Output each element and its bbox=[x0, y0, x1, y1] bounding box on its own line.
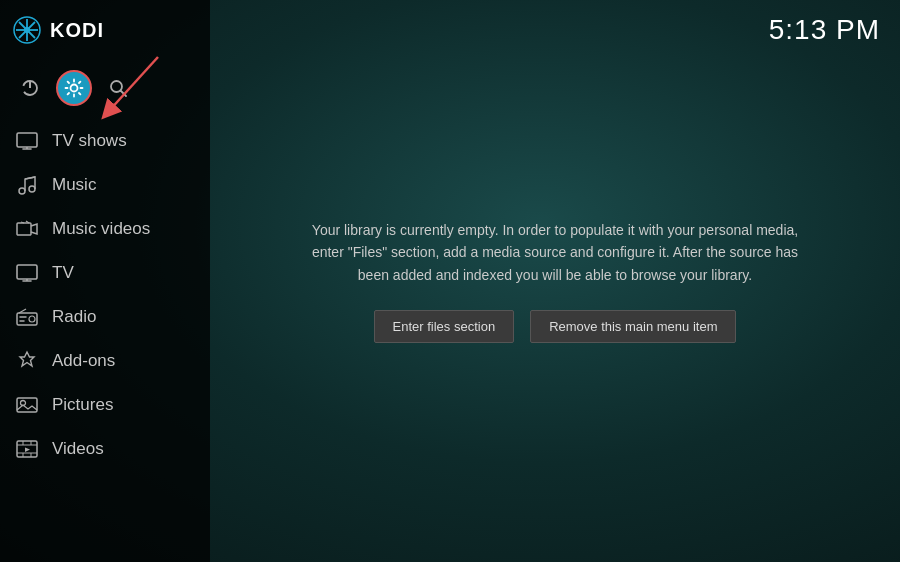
svg-rect-29 bbox=[17, 398, 37, 412]
sidebar-item-radio[interactable]: Radio bbox=[0, 295, 210, 339]
svg-point-6 bbox=[24, 27, 30, 33]
svg-point-15 bbox=[19, 188, 25, 194]
tv-shows-icon bbox=[16, 130, 38, 152]
svg-line-11 bbox=[121, 90, 127, 96]
sidebar: KODI bbox=[0, 0, 210, 562]
svg-point-16 bbox=[29, 186, 35, 192]
svg-rect-24 bbox=[17, 313, 37, 325]
sidebar-item-add-ons[interactable]: Add-ons bbox=[0, 339, 210, 383]
kodi-logo-icon bbox=[12, 15, 42, 45]
buttons-row: Enter files section Remove this main men… bbox=[374, 310, 737, 343]
clock: 5:13 PM bbox=[769, 14, 880, 46]
tv-icon bbox=[16, 262, 38, 284]
search-icon bbox=[108, 78, 128, 98]
music-videos-label: Music videos bbox=[52, 219, 150, 239]
svg-marker-38 bbox=[25, 448, 30, 453]
header-icons bbox=[0, 60, 210, 115]
kodi-logo: KODI bbox=[12, 15, 104, 45]
sidebar-item-videos[interactable]: Videos bbox=[0, 427, 210, 471]
sidebar-item-tv[interactable]: TV bbox=[0, 251, 210, 295]
top-bar: KODI bbox=[0, 0, 210, 60]
search-button[interactable] bbox=[100, 70, 136, 106]
pictures-label: Pictures bbox=[52, 395, 113, 415]
settings-icon bbox=[64, 78, 84, 98]
radio-icon bbox=[16, 306, 38, 328]
music-videos-icon bbox=[16, 218, 38, 240]
svg-rect-21 bbox=[17, 265, 37, 279]
sidebar-item-pictures[interactable]: Pictures bbox=[0, 383, 210, 427]
settings-button[interactable] bbox=[56, 70, 92, 106]
remove-menu-item-button[interactable]: Remove this main menu item bbox=[530, 310, 736, 343]
nav-menu: TV shows Music bbox=[0, 115, 210, 562]
tv-shows-label: TV shows bbox=[52, 131, 127, 151]
music-label: Music bbox=[52, 175, 96, 195]
tv-label: TV bbox=[52, 263, 74, 283]
sidebar-item-tv-shows[interactable]: TV shows bbox=[0, 119, 210, 163]
pictures-icon bbox=[16, 394, 38, 416]
add-ons-label: Add-ons bbox=[52, 351, 115, 371]
videos-icon bbox=[16, 438, 38, 460]
svg-rect-18 bbox=[17, 223, 31, 235]
radio-label: Radio bbox=[52, 307, 96, 327]
music-icon bbox=[16, 174, 38, 196]
svg-point-25 bbox=[29, 316, 35, 322]
svg-point-9 bbox=[71, 84, 78, 91]
enter-files-button[interactable]: Enter files section bbox=[374, 310, 515, 343]
videos-label: Videos bbox=[52, 439, 104, 459]
sidebar-item-music-videos[interactable]: Music videos bbox=[0, 207, 210, 251]
app-title: KODI bbox=[50, 19, 104, 42]
power-button[interactable] bbox=[12, 70, 48, 106]
sidebar-item-music[interactable]: Music bbox=[0, 163, 210, 207]
svg-rect-12 bbox=[17, 133, 37, 147]
power-icon bbox=[20, 78, 40, 98]
main-content: Your library is currently empty. In orde… bbox=[210, 0, 900, 562]
add-ons-icon bbox=[16, 350, 38, 372]
library-message: Your library is currently empty. In orde… bbox=[295, 219, 815, 286]
svg-line-17 bbox=[25, 177, 35, 179]
